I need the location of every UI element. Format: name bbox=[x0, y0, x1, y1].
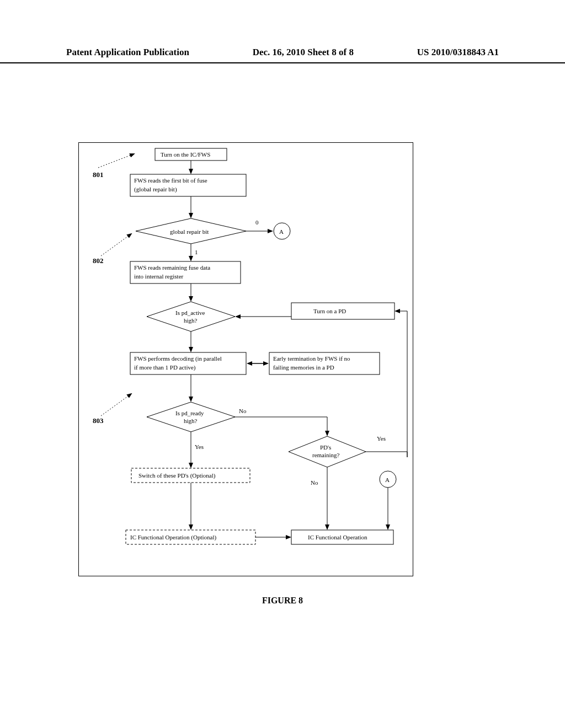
read-first-bit-l2: (global repair bit) bbox=[134, 186, 177, 193]
flowchart-frame: 801 802 803 Turn on the IC/FWS FWS reads… bbox=[78, 142, 413, 576]
early-term-l2: failing memories in a PD bbox=[273, 364, 334, 371]
connector-A-1: A bbox=[279, 228, 284, 235]
turn-on-pd: Turn on a PD bbox=[313, 308, 346, 314]
flowchart-svg: 801 802 803 Turn on the IC/FWS FWS reads… bbox=[79, 143, 413, 576]
svg-line-1 bbox=[98, 154, 134, 168]
pds-remaining-l2: remaining? bbox=[312, 452, 340, 458]
pds-remaining-l1: PD's bbox=[320, 444, 331, 451]
svg-marker-23 bbox=[147, 402, 235, 432]
switch-off: Switch of these PD's (Optional) bbox=[138, 472, 216, 479]
figure-caption: FIGURE 8 bbox=[0, 596, 565, 606]
fws-decode-l2: if more than 1 PD active) bbox=[134, 364, 196, 371]
svg-line-3 bbox=[101, 394, 131, 416]
zero-label: 0 bbox=[255, 219, 259, 226]
ref-803: 803 bbox=[93, 416, 104, 425]
pd-active-l1: Is pd_active bbox=[175, 309, 205, 316]
svg-line-2 bbox=[101, 234, 131, 256]
pd-ready-l2: high? bbox=[184, 417, 198, 424]
ic-func-opt: IC Functional Operation (Optional) bbox=[130, 534, 216, 541]
header-right: US 2010/0318843 A1 bbox=[417, 47, 499, 58]
one-label: 1 bbox=[195, 249, 198, 255]
yes-label-1: Yes bbox=[195, 443, 204, 450]
early-term-l1: Early termination by FWS if no bbox=[273, 355, 350, 362]
fws-decode-l1: FWS performs decoding (in parallel bbox=[134, 355, 222, 362]
read-remaining-l2: into internal register bbox=[134, 273, 184, 280]
header-left: Patent Application Publication bbox=[66, 47, 189, 58]
header-center: Dec. 16, 2010 Sheet 8 of 8 bbox=[253, 47, 354, 58]
turn-on-ic: Turn on the IC/FWS bbox=[161, 151, 210, 158]
read-first-bit-l1: FWS reads the first bit of fuse bbox=[134, 177, 207, 184]
svg-marker-14 bbox=[147, 302, 235, 331]
ic-func: IC Functional Operation bbox=[308, 534, 367, 540]
read-remaining-l1: FWS reads remaining fuse data bbox=[134, 264, 210, 271]
pd-ready-l1: Is pd_ready bbox=[175, 410, 204, 416]
yes-label-2: Yes bbox=[377, 435, 386, 442]
ref-801: 801 bbox=[93, 170, 104, 179]
connector-A-2: A bbox=[385, 477, 390, 483]
no-label-2: No bbox=[311, 479, 318, 486]
no-label-1: No bbox=[239, 408, 247, 414]
ref-802: 802 bbox=[93, 256, 104, 265]
patent-header: Patent Application Publication Dec. 16, … bbox=[0, 47, 565, 63]
global-repair-bit: global repair bit bbox=[170, 228, 209, 235]
pd-active-l2: high? bbox=[184, 317, 198, 324]
